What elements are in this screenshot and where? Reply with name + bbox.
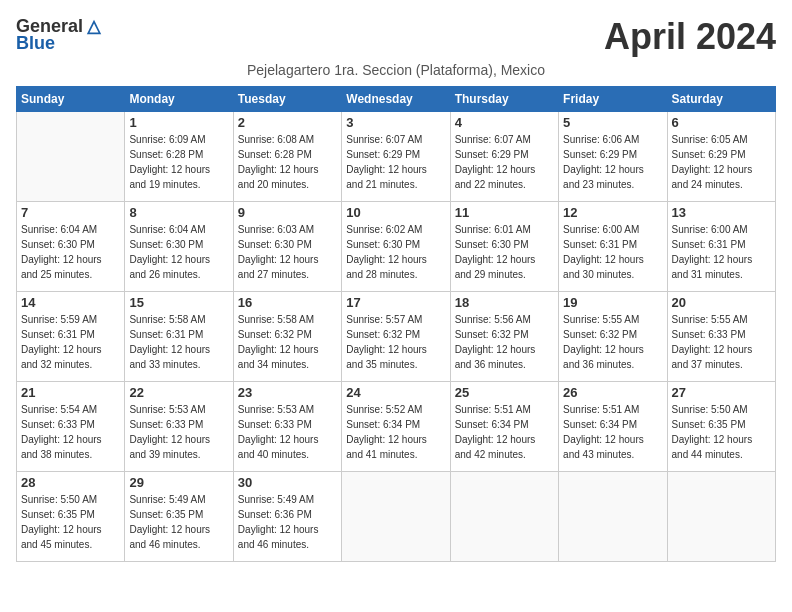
day-number: 15 [129,295,228,310]
day-info: Sunrise: 5:52 AMSunset: 6:34 PMDaylight:… [346,402,445,462]
day-info: Sunrise: 6:02 AMSunset: 6:30 PMDaylight:… [346,222,445,282]
calendar-subtitle: Pejelagartero 1ra. Seccion (Plataforma),… [16,62,776,78]
day-number: 12 [563,205,662,220]
calendar-cell: 21Sunrise: 5:54 AMSunset: 6:33 PMDayligh… [17,382,125,472]
calendar-cell: 18Sunrise: 5:56 AMSunset: 6:32 PMDayligh… [450,292,558,382]
day-info: Sunrise: 6:06 AMSunset: 6:29 PMDaylight:… [563,132,662,192]
calendar-cell: 8Sunrise: 6:04 AMSunset: 6:30 PMDaylight… [125,202,233,292]
header-thursday: Thursday [450,87,558,112]
calendar-cell: 7Sunrise: 6:04 AMSunset: 6:30 PMDaylight… [17,202,125,292]
day-number: 1 [129,115,228,130]
calendar-cell: 26Sunrise: 5:51 AMSunset: 6:34 PMDayligh… [559,382,667,472]
day-number: 16 [238,295,337,310]
day-number: 29 [129,475,228,490]
calendar-table: Sunday Monday Tuesday Wednesday Thursday… [16,86,776,562]
calendar-cell: 20Sunrise: 5:55 AMSunset: 6:33 PMDayligh… [667,292,775,382]
day-info: Sunrise: 6:05 AMSunset: 6:29 PMDaylight:… [672,132,771,192]
day-number: 14 [21,295,120,310]
calendar-cell: 27Sunrise: 5:50 AMSunset: 6:35 PMDayligh… [667,382,775,472]
day-info: Sunrise: 5:51 AMSunset: 6:34 PMDaylight:… [455,402,554,462]
calendar-cell: 3Sunrise: 6:07 AMSunset: 6:29 PMDaylight… [342,112,450,202]
calendar-cell: 24Sunrise: 5:52 AMSunset: 6:34 PMDayligh… [342,382,450,472]
day-info: Sunrise: 6:07 AMSunset: 6:29 PMDaylight:… [346,132,445,192]
day-number: 26 [563,385,662,400]
day-info: Sunrise: 6:07 AMSunset: 6:29 PMDaylight:… [455,132,554,192]
calendar-cell: 12Sunrise: 6:00 AMSunset: 6:31 PMDayligh… [559,202,667,292]
calendar-cell: 6Sunrise: 6:05 AMSunset: 6:29 PMDaylight… [667,112,775,202]
header-sunday: Sunday [17,87,125,112]
day-info: Sunrise: 5:49 AMSunset: 6:36 PMDaylight:… [238,492,337,552]
day-info: Sunrise: 6:00 AMSunset: 6:31 PMDaylight:… [563,222,662,282]
week-row-2: 7Sunrise: 6:04 AMSunset: 6:30 PMDaylight… [17,202,776,292]
calendar-cell: 9Sunrise: 6:03 AMSunset: 6:30 PMDaylight… [233,202,341,292]
calendar-cell [559,472,667,562]
day-number: 9 [238,205,337,220]
day-number: 7 [21,205,120,220]
day-number: 22 [129,385,228,400]
calendar-cell: 19Sunrise: 5:55 AMSunset: 6:32 PMDayligh… [559,292,667,382]
day-number: 10 [346,205,445,220]
calendar-cell: 29Sunrise: 5:49 AMSunset: 6:35 PMDayligh… [125,472,233,562]
calendar-cell: 5Sunrise: 6:06 AMSunset: 6:29 PMDaylight… [559,112,667,202]
week-row-5: 28Sunrise: 5:50 AMSunset: 6:35 PMDayligh… [17,472,776,562]
calendar-cell: 1Sunrise: 6:09 AMSunset: 6:28 PMDaylight… [125,112,233,202]
calendar-cell: 17Sunrise: 5:57 AMSunset: 6:32 PMDayligh… [342,292,450,382]
day-number: 13 [672,205,771,220]
header-wednesday: Wednesday [342,87,450,112]
day-info: Sunrise: 6:03 AMSunset: 6:30 PMDaylight:… [238,222,337,282]
day-info: Sunrise: 5:50 AMSunset: 6:35 PMDaylight:… [672,402,771,462]
day-info: Sunrise: 5:59 AMSunset: 6:31 PMDaylight:… [21,312,120,372]
calendar-cell [667,472,775,562]
day-number: 24 [346,385,445,400]
day-info: Sunrise: 5:49 AMSunset: 6:35 PMDaylight:… [129,492,228,552]
calendar-cell: 14Sunrise: 5:59 AMSunset: 6:31 PMDayligh… [17,292,125,382]
day-number: 4 [455,115,554,130]
calendar-cell: 28Sunrise: 5:50 AMSunset: 6:35 PMDayligh… [17,472,125,562]
day-number: 5 [563,115,662,130]
day-info: Sunrise: 5:53 AMSunset: 6:33 PMDaylight:… [238,402,337,462]
calendar-body: 1Sunrise: 6:09 AMSunset: 6:28 PMDaylight… [17,112,776,562]
day-info: Sunrise: 6:01 AMSunset: 6:30 PMDaylight:… [455,222,554,282]
day-number: 8 [129,205,228,220]
day-number: 25 [455,385,554,400]
calendar-cell: 13Sunrise: 6:00 AMSunset: 6:31 PMDayligh… [667,202,775,292]
day-number: 23 [238,385,337,400]
calendar-cell: 23Sunrise: 5:53 AMSunset: 6:33 PMDayligh… [233,382,341,472]
calendar-cell: 15Sunrise: 5:58 AMSunset: 6:31 PMDayligh… [125,292,233,382]
calendar-cell: 10Sunrise: 6:02 AMSunset: 6:30 PMDayligh… [342,202,450,292]
month-title: April 2024 [604,16,776,58]
week-row-1: 1Sunrise: 6:09 AMSunset: 6:28 PMDaylight… [17,112,776,202]
header-monday: Monday [125,87,233,112]
day-number: 28 [21,475,120,490]
calendar-cell [450,472,558,562]
day-number: 21 [21,385,120,400]
calendar-cell: 22Sunrise: 5:53 AMSunset: 6:33 PMDayligh… [125,382,233,472]
calendar-cell [342,472,450,562]
week-row-3: 14Sunrise: 5:59 AMSunset: 6:31 PMDayligh… [17,292,776,382]
day-info: Sunrise: 5:55 AMSunset: 6:33 PMDaylight:… [672,312,771,372]
header-tuesday: Tuesday [233,87,341,112]
header-saturday: Saturday [667,87,775,112]
day-info: Sunrise: 6:00 AMSunset: 6:31 PMDaylight:… [672,222,771,282]
day-info: Sunrise: 6:09 AMSunset: 6:28 PMDaylight:… [129,132,228,192]
calendar-cell: 2Sunrise: 6:08 AMSunset: 6:28 PMDaylight… [233,112,341,202]
weekday-header-row: Sunday Monday Tuesday Wednesday Thursday… [17,87,776,112]
calendar-cell: 30Sunrise: 5:49 AMSunset: 6:36 PMDayligh… [233,472,341,562]
day-info: Sunrise: 5:51 AMSunset: 6:34 PMDaylight:… [563,402,662,462]
day-number: 6 [672,115,771,130]
calendar-cell [17,112,125,202]
calendar-cell: 11Sunrise: 6:01 AMSunset: 6:30 PMDayligh… [450,202,558,292]
day-info: Sunrise: 5:58 AMSunset: 6:31 PMDaylight:… [129,312,228,372]
day-number: 17 [346,295,445,310]
page-header: General Blue April 2024 [16,16,776,58]
day-number: 3 [346,115,445,130]
header-friday: Friday [559,87,667,112]
day-info: Sunrise: 6:04 AMSunset: 6:30 PMDaylight:… [129,222,228,282]
day-info: Sunrise: 5:53 AMSunset: 6:33 PMDaylight:… [129,402,228,462]
day-number: 27 [672,385,771,400]
day-info: Sunrise: 5:54 AMSunset: 6:33 PMDaylight:… [21,402,120,462]
day-info: Sunrise: 5:58 AMSunset: 6:32 PMDaylight:… [238,312,337,372]
day-info: Sunrise: 5:50 AMSunset: 6:35 PMDaylight:… [21,492,120,552]
day-info: Sunrise: 6:04 AMSunset: 6:30 PMDaylight:… [21,222,120,282]
day-number: 20 [672,295,771,310]
